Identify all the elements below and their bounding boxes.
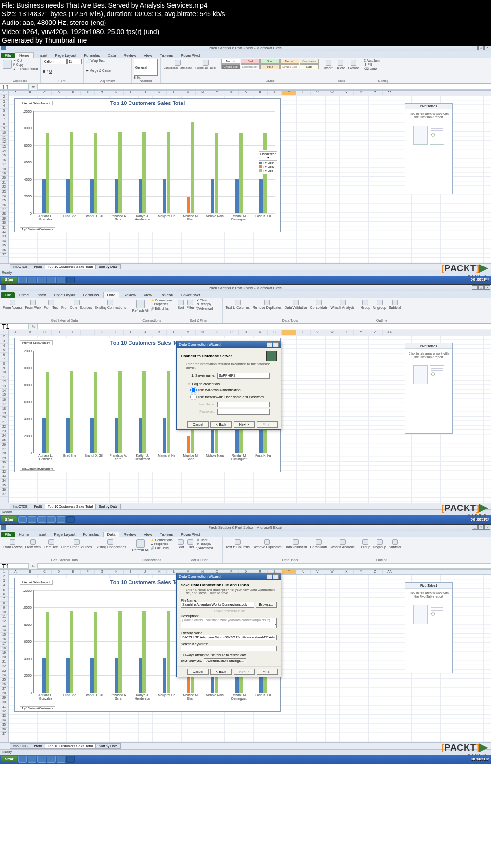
- cancel-button[interactable]: Cancel: [187, 421, 209, 428]
- cell-style-Good[interactable]: Good: [260, 59, 280, 64]
- column-header-A[interactable]: A: [9, 570, 23, 574]
- column-header-G[interactable]: G: [95, 91, 109, 95]
- ribbon-tab-page-layout[interactable]: Page Layout: [51, 53, 80, 58]
- from-web-button[interactable]: From Web: [24, 299, 42, 310]
- server-name-input[interactable]: [217, 373, 270, 379]
- row-header-23[interactable]: 23: [0, 669, 8, 673]
- subtotal-button[interactable]: Subtotal: [388, 299, 402, 310]
- whatif-button[interactable]: What-If Analysis: [329, 538, 355, 550]
- filter-button[interactable]: Filter: [186, 538, 195, 550]
- ribbon-tab-data[interactable]: Data: [104, 53, 120, 58]
- column-header-J[interactable]: J: [138, 91, 152, 95]
- row-header-19[interactable]: 19: [0, 172, 8, 176]
- cell-style-Check Cell[interactable]: Check Cell: [221, 64, 240, 69]
- row-header-7[interactable]: 7: [0, 357, 8, 361]
- column-header-Z[interactable]: Z: [368, 330, 383, 335]
- bar-FY 2006[interactable]: [42, 658, 46, 693]
- column-header-D[interactable]: D: [52, 330, 66, 335]
- row-header-2[interactable]: 2: [0, 95, 8, 99]
- refresh-checkbox[interactable]: ☐ Always attempt to use this file to ref…: [181, 653, 277, 657]
- sheet-tab-3[interactable]: Sort by Date: [95, 264, 121, 269]
- row-header-20[interactable]: 20: [0, 655, 8, 660]
- row-header-1[interactable]: 1: [0, 330, 8, 335]
- ribbon-tab-formulas[interactable]: Formulas: [80, 53, 104, 58]
- row-header-36[interactable]: 36: [0, 248, 8, 253]
- column-header-R[interactable]: R: [253, 91, 268, 95]
- column-header-Y[interactable]: Y: [354, 330, 368, 335]
- row-header-14[interactable]: 14: [0, 628, 8, 633]
- column-header-O[interactable]: O: [210, 330, 224, 335]
- minimize-button[interactable]: _: [472, 525, 478, 530]
- row-header-29[interactable]: 29: [0, 217, 8, 221]
- row-header-36[interactable]: 36: [0, 488, 8, 492]
- sheet-tab-2[interactable]: Top 10 Customers Sales Total: [45, 743, 96, 749]
- format-as-table-button[interactable]: Format as Table: [194, 59, 217, 70]
- column-header-P[interactable]: P: [224, 91, 239, 95]
- column-header-W[interactable]: W: [325, 91, 339, 95]
- column-header-C[interactable]: C: [37, 330, 52, 335]
- row-header-22[interactable]: 22: [0, 664, 8, 669]
- row-header-12[interactable]: 12: [0, 619, 8, 624]
- row-header-33[interactable]: 33: [0, 474, 8, 478]
- from-other-button[interactable]: From Other Sources: [60, 538, 93, 550]
- connections-button[interactable]: ⚡ Connections: [151, 538, 173, 542]
- row-header-29[interactable]: 29: [0, 456, 8, 461]
- bar-FY 2006[interactable]: [66, 179, 70, 213]
- row-header-18[interactable]: 18: [0, 407, 8, 411]
- column-header-T[interactable]: T: [282, 330, 296, 335]
- edit-links-button[interactable]: 🔗 Edit Links: [151, 307, 173, 311]
- bar-FY 2006[interactable]: [139, 418, 142, 453]
- bar-FY 2006[interactable]: [163, 418, 166, 453]
- group-button[interactable]: Group: [360, 299, 371, 310]
- search-keywords-input[interactable]: [181, 646, 277, 651]
- column-header-N[interactable]: N: [196, 91, 210, 95]
- sheet-tab-0[interactable]: ImpCTDB: [10, 264, 31, 269]
- bar-FY 2006[interactable]: [163, 658, 166, 693]
- chart-field-button[interactable]: Internet Sales Amount: [20, 340, 53, 345]
- row-header-27[interactable]: 27: [0, 447, 8, 451]
- advanced-button[interactable]: ▽ Advanced: [196, 546, 213, 550]
- row-header-11[interactable]: 11: [0, 375, 8, 380]
- row-header-28[interactable]: 28: [0, 212, 8, 216]
- row-header-15[interactable]: 15: [0, 393, 8, 397]
- column-header-U[interactable]: U: [296, 570, 311, 574]
- ribbon-tab-tableau[interactable]: Tableau: [156, 532, 177, 537]
- column-header-I[interactable]: I: [124, 330, 138, 335]
- row-header-27[interactable]: 27: [0, 687, 8, 691]
- column-header-E[interactable]: E: [66, 570, 81, 574]
- sheet-tab-3[interactable]: Sort by Date: [95, 504, 121, 509]
- bar-FY 2008[interactable]: [191, 122, 194, 213]
- column-header-G[interactable]: G: [95, 570, 109, 574]
- row-header-10[interactable]: 10: [0, 610, 8, 614]
- bar-FY 2008[interactable]: [46, 612, 49, 693]
- bar-FY 2006[interactable]: [90, 658, 94, 693]
- bar-FY 2008[interactable]: [118, 132, 122, 213]
- close-button[interactable]: ✕: [484, 285, 490, 290]
- row-header-24[interactable]: 24: [0, 673, 8, 678]
- comma-button[interactable]: ,: [140, 76, 141, 79]
- bar-FY 2006[interactable]: [259, 179, 263, 213]
- row-header-27[interactable]: 27: [0, 208, 8, 212]
- ungroup-button[interactable]: Ungroup: [372, 538, 387, 550]
- row-header-37[interactable]: 37: [0, 253, 8, 257]
- ribbon-tab-review[interactable]: Review: [119, 292, 140, 298]
- wrap-text-button[interactable]: 📄 Wrap Text: [86, 59, 105, 62]
- taskbar-item-3[interactable]: [37, 277, 46, 283]
- row-header-35[interactable]: 35: [0, 723, 8, 727]
- clear-filter-button[interactable]: ✕ Clear: [196, 538, 213, 542]
- bar-FY 2006[interactable]: [90, 179, 94, 213]
- pivot-table-placeholder[interactable]: PivotTable1 Click in this area to work w…: [405, 582, 453, 673]
- row-header-33[interactable]: 33: [0, 714, 8, 718]
- row-header-34[interactable]: 34: [0, 718, 8, 723]
- cell-grid[interactable]: Internet Sales Amount Top 10 Customers S…: [9, 575, 491, 742]
- column-header-C[interactable]: C: [37, 570, 52, 574]
- merge-center-button[interactable]: ⬌ Merge & Center: [86, 69, 112, 72]
- cell-style-Calculation[interactable]: Calculation: [300, 59, 319, 64]
- chart-legend[interactable]: Fiscal Year ▾FY 2006FY 2007FY 2008: [258, 150, 278, 174]
- save-icon[interactable]: [1, 525, 6, 530]
- legend-item[interactable]: FY 2006: [259, 162, 277, 165]
- ribbon-tab-view[interactable]: View: [140, 292, 156, 298]
- row-header-32[interactable]: 32: [0, 470, 8, 474]
- ribbon-tab-formulas[interactable]: Formulas: [79, 532, 103, 537]
- bar-FY 2008[interactable]: [142, 371, 146, 453]
